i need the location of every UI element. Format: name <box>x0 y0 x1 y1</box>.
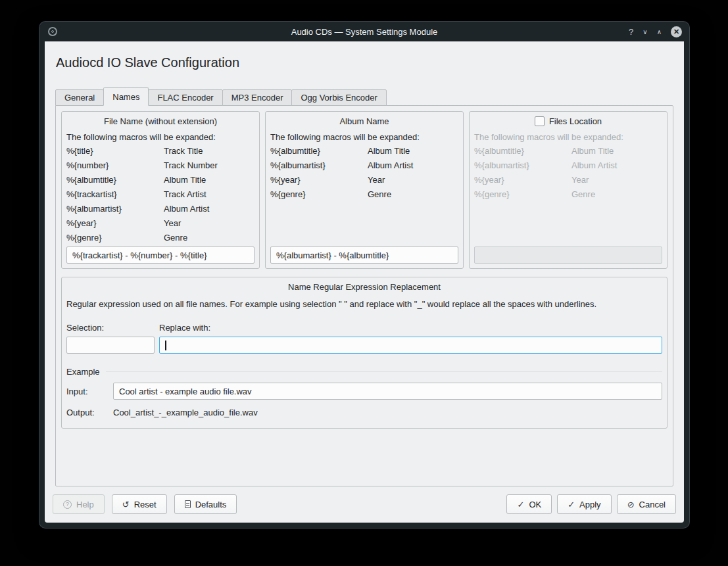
macro-row: %{year}Year <box>474 173 662 187</box>
macro-description: Year <box>164 216 181 231</box>
files-location-group: Files Location The following macros will… <box>469 111 667 269</box>
reset-button[interactable]: ↺ Reset <box>112 494 167 514</box>
file-name-pattern-input[interactable] <box>66 247 255 264</box>
tab-names[interactable]: Names <box>103 87 149 106</box>
group-title: Album Name <box>270 116 458 126</box>
macro-description: Track Artist <box>164 187 206 202</box>
macro-token: %{number} <box>66 158 164 173</box>
example-output-row: Output: Cool_artist_-_example_audio_file… <box>66 408 662 417</box>
macro-row: %{number}Track Number <box>66 158 255 173</box>
macro-row: %{title}Track Title <box>66 144 255 158</box>
macro-description: Album Artist <box>368 158 413 173</box>
album-name-pattern-input[interactable] <box>270 247 458 264</box>
tab-ogg-vorbis-encoder[interactable]: Ogg Vorbis Encoder <box>291 89 386 106</box>
ok-button[interactable]: ✓ OK <box>506 494 552 514</box>
macro-description: Track Number <box>164 158 218 173</box>
files-location-label: Files Location <box>549 116 602 126</box>
macro-description: Album Title <box>368 144 410 158</box>
defaults-document-icon <box>185 500 191 508</box>
help-button-label: Help <box>76 500 94 509</box>
group-title: Name Regular Expression Replacement <box>66 282 662 292</box>
macros-intro: The following macros will be expanded: <box>270 132 458 142</box>
group-title: File Name (without extension) <box>66 116 255 126</box>
macro-token: %{albumtitle} <box>66 173 164 187</box>
page-title: Audiocd IO Slave Configuration <box>56 55 684 70</box>
cancel-button[interactable]: ⊘ Cancel <box>617 494 676 514</box>
macro-description: Album Artist <box>164 202 209 216</box>
macro-token: %{genre} <box>474 187 571 202</box>
window-content: Audiocd IO Slave Configuration General N… <box>45 41 684 523</box>
input-label: Input: <box>66 387 113 396</box>
cancel-slash-icon: ⊘ <box>627 500 635 509</box>
macro-row: %{albumartist}Album Artist <box>66 202 255 216</box>
macro-token: %{albumtitle} <box>270 144 368 158</box>
apply-button[interactable]: ✓ Apply <box>557 494 611 514</box>
regex-replacement-group: Name Regular Expression Replacement Regu… <box>61 277 667 429</box>
macro-description: Year <box>571 173 589 187</box>
macro-token: %{albumartist} <box>474 158 571 173</box>
selection-input[interactable] <box>66 337 155 354</box>
example-input-row: Input: <box>66 383 662 400</box>
tab-general[interactable]: General <box>55 89 104 106</box>
tab-bar: General Names FLAC Encoder MP3 Encoder O… <box>55 87 673 106</box>
macro-description: Year <box>368 173 385 187</box>
macro-token: %{genre} <box>66 231 164 245</box>
macro-description: Genre <box>164 231 187 245</box>
macro-token: %{trackartist} <box>66 187 164 202</box>
macro-description: Genre <box>571 187 595 202</box>
desktop-background: Audio CDs — System Settings Module ? ∨ ∧… <box>0 0 728 566</box>
footer-left-buttons: ? Help ↺ Reset Defaults <box>53 494 237 514</box>
audiocd-settings-window: Audio CDs — System Settings Module ? ∨ ∧… <box>39 22 689 528</box>
footer-right-buttons: ✓ OK ✓ Apply ⊘ Cancel <box>506 494 676 514</box>
apply-button-label: Apply <box>579 500 601 509</box>
example-section-header: Example <box>66 367 662 377</box>
close-button[interactable]: ✕ <box>671 26 682 37</box>
macro-token: %{genre} <box>270 187 368 202</box>
chevron-up-icon[interactable]: ∧ <box>657 28 662 35</box>
chevron-down-icon[interactable]: ∨ <box>643 28 647 35</box>
regex-fields: Selection: Replace with: <box>66 323 662 354</box>
text-caret <box>165 341 166 350</box>
name-groups-row: File Name (without extension) The follow… <box>61 111 667 269</box>
window-title: Audio CDs — System Settings Module <box>39 27 689 37</box>
titlebar[interactable]: Audio CDs — System Settings Module ? ∨ ∧… <box>39 22 689 41</box>
dialog-button-box: ? Help ↺ Reset Defaults ✓ OK <box>45 494 684 523</box>
macro-description: Album Title <box>571 144 614 158</box>
macro-row: %{albumtitle}Album Title <box>270 144 458 158</box>
macro-row: %{genre}Genre <box>270 187 458 202</box>
macro-token: %{albumtitle} <box>474 144 571 158</box>
files-location-checkbox[interactable] <box>535 116 545 126</box>
macro-row: %{trackartist}Track Artist <box>66 187 255 202</box>
output-label: Output: <box>66 408 113 417</box>
macros-intro: The following macros will be expanded: <box>66 132 255 142</box>
defaults-button[interactable]: Defaults <box>174 494 237 514</box>
checkmark-icon: ✓ <box>517 500 524 509</box>
tab-mp3-encoder[interactable]: MP3 Encoder <box>222 89 293 106</box>
whats-this-help-icon[interactable]: ? <box>629 27 633 37</box>
tab-flac-encoder[interactable]: FLAC Encoder <box>148 89 222 106</box>
album-name-group: Album Name The following macros will be … <box>265 111 464 269</box>
macro-row: %{genre}Genre <box>66 231 255 245</box>
example-input[interactable] <box>113 383 662 400</box>
divider-line <box>106 371 662 372</box>
macro-token: %{year} <box>474 173 571 187</box>
macro-description: Track Title <box>164 144 203 158</box>
window-controls: ? ∨ ∧ ✕ <box>629 22 682 41</box>
macro-row: %{albumtitle}Album Title <box>66 173 255 187</box>
help-button[interactable]: ? Help <box>53 494 105 514</box>
macro-token: %{albumartist} <box>270 158 368 173</box>
example-title: Example <box>66 367 100 377</box>
output-value: Cool_artist_-_example_audio_file.wav <box>113 408 258 417</box>
macro-row: %{albumtitle}Album Title <box>474 144 662 158</box>
defaults-button-label: Defaults <box>195 500 227 509</box>
macro-row: %{albumartist}Album Artist <box>270 158 458 173</box>
checkmark-icon: ✓ <box>568 500 575 509</box>
selection-label: Selection: <box>66 323 155 333</box>
ok-button-label: OK <box>529 500 541 509</box>
macro-row: %{year}Year <box>270 173 458 187</box>
files-location-pattern-input[interactable] <box>474 247 662 264</box>
replace-with-input[interactable] <box>159 337 662 354</box>
macro-description: Album Artist <box>571 158 617 173</box>
macro-token: %{year} <box>66 216 164 231</box>
macro-token: %{year} <box>270 173 368 187</box>
